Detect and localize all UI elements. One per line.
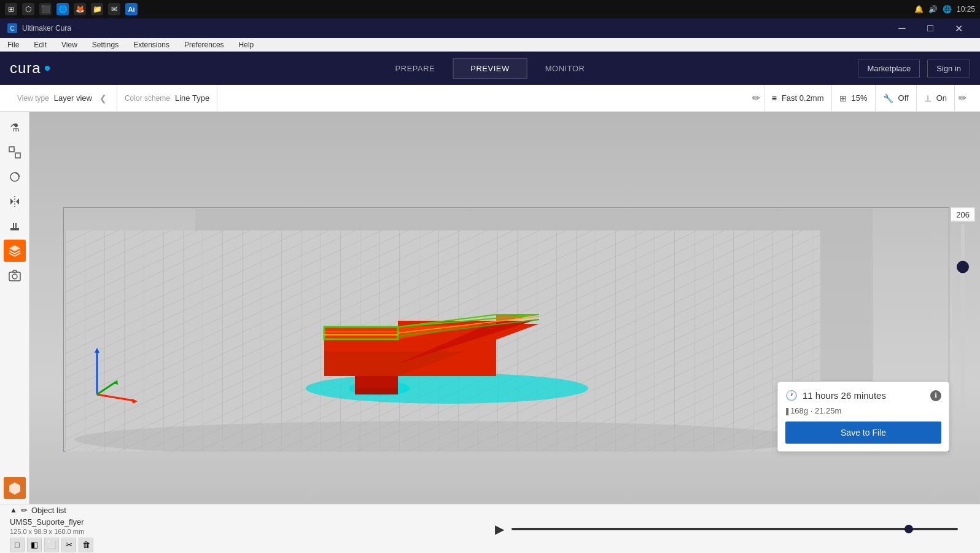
adhesion-section: ⊥ On	[917, 85, 955, 111]
action-delete[interactable]: 🗑	[79, 538, 93, 552]
start-button[interactable]: ⊞	[5, 3, 17, 15]
material-value: 168g · 21.25m	[790, 406, 841, 415]
material-icon: |||	[785, 406, 788, 415]
edit-settings-button[interactable]: ✏	[749, 91, 764, 105]
nav-tabs: PREPARE PREVIEW MONITOR	[378, 58, 603, 79]
color-scheme-section: Color scheme Line Type	[117, 85, 217, 111]
menu-extensions[interactable]: Extensions	[131, 39, 172, 50]
minimize-button[interactable]: ─	[888, 18, 916, 38]
tool-layer[interactable]	[4, 240, 26, 262]
taskbar-left: ⊞ ⬡ ⬛ 🌐 🦊 📁 ✉ Ai	[5, 3, 138, 15]
infill-section: ⊞ 15%	[832, 85, 876, 111]
tab-preview[interactable]: PREVIEW	[453, 58, 527, 79]
main-content: ⚗	[0, 112, 980, 504]
tool-scale[interactable]	[4, 141, 26, 163]
collapse-icon: ▲	[10, 506, 17, 514]
svg-marker-30	[355, 376, 398, 388]
window-title: Ultimaker Cura	[22, 24, 71, 33]
marketplace-button[interactable]: Marketplace	[858, 60, 920, 77]
svg-point-16	[306, 373, 588, 404]
menu-bar: File Edit View Settings Extensions Prefe…	[0, 38, 980, 52]
play-button[interactable]: ▶	[495, 522, 504, 536]
timeline: ▶	[483, 522, 970, 536]
layer-slider-container: 206	[946, 203, 980, 414]
top-nav: cura PREPARE PREVIEW MONITOR Marketplace…	[0, 52, 980, 85]
save-to-file-button[interactable]: Save to File	[785, 422, 941, 444]
task-view-button[interactable]: ⬛	[39, 3, 52, 15]
taskbar-time: 10:25	[957, 5, 975, 14]
object-list-header[interactable]: ▲ ✏ Object list	[10, 506, 473, 515]
app-logo: cura	[10, 60, 50, 77]
menu-settings[interactable]: Settings	[90, 39, 121, 50]
svg-line-34	[97, 394, 134, 401]
object-name: UMS5_Suporte_flyer	[10, 517, 473, 527]
tab-monitor[interactable]: MONITOR	[527, 58, 603, 79]
object-actions: □ ◧ ⬜ ✂ 🗑	[10, 538, 473, 552]
color-scheme-value: Line Type	[175, 93, 209, 103]
action-duplicate[interactable]: ⬜	[44, 538, 59, 552]
menu-preferences[interactable]: Preferences	[182, 39, 227, 50]
svg-rect-1	[15, 153, 20, 158]
toolbar: View type Layer view ❮ Color scheme Line…	[0, 85, 980, 112]
menu-help[interactable]: Help	[236, 39, 257, 50]
app-window: ⊞ ⬡ ⬛ 🌐 🦊 📁 ✉ Ai 🔔 🔊 🌐 10:25 C Ultimaker…	[0, 0, 980, 553]
svg-marker-12	[9, 482, 20, 495]
support-value: Off	[898, 93, 909, 103]
nav-right: Marketplace Sign in	[858, 60, 970, 77]
app-icon: C	[7, 23, 17, 33]
layer-slider-track[interactable]	[961, 224, 965, 409]
info-time-row: 🕐 11 hours 26 minutes ℹ	[785, 390, 941, 401]
tool-open[interactable]: ⚗	[4, 117, 26, 139]
info-panel: 🕐 11 hours 26 minutes ℹ ||| 168g · 21.25…	[777, 382, 949, 452]
menu-edit[interactable]: Edit	[31, 39, 49, 50]
svg-marker-33	[95, 348, 99, 353]
search-button[interactable]: ⬡	[22, 3, 34, 15]
chrome-icon[interactable]: 🌐	[56, 3, 69, 15]
action-arrange[interactable]: ◧	[27, 538, 42, 552]
tab-prepare[interactable]: PREPARE	[378, 58, 453, 79]
close-button[interactable]: ✕	[944, 18, 973, 38]
svg-marker-5	[10, 198, 14, 205]
view-type-label: View type	[17, 94, 49, 103]
profile-section: ≡ Fast 0.2mm	[764, 85, 832, 111]
logo-dot	[45, 66, 50, 71]
support-section: 🔧 Off	[876, 85, 917, 111]
os-taskbar: ⊞ ⬡ ⬛ 🌐 🦊 📁 ✉ Ai 🔔 🔊 🌐 10:25	[0, 0, 980, 18]
timeline-thumb[interactable]	[904, 525, 913, 533]
info-badge[interactable]: ℹ	[930, 390, 941, 401]
adhesion-value: On	[936, 93, 947, 103]
svg-line-36	[97, 382, 115, 394]
viewport[interactable]: ultimaker	[29, 112, 980, 504]
view-type-arrow[interactable]: ❮	[97, 93, 109, 103]
svg-rect-10	[9, 272, 20, 281]
layer-slider-thumb[interactable]	[957, 261, 969, 273]
cura-taskbar-icon[interactable]: Ai	[125, 3, 138, 15]
menu-view[interactable]: View	[59, 39, 80, 50]
mail-icon[interactable]: ✉	[108, 3, 120, 15]
signin-button[interactable]: Sign in	[927, 60, 970, 77]
tool-rotate[interactable]	[4, 166, 26, 188]
maximize-button[interactable]: □	[916, 18, 944, 38]
timeline-track[interactable]	[511, 528, 958, 530]
action-cut[interactable]: ✂	[61, 538, 76, 552]
tray-volume: 🔊	[928, 5, 938, 14]
svg-rect-7	[10, 228, 19, 230]
files-icon[interactable]: 📁	[91, 3, 103, 15]
menu-file[interactable]: File	[5, 39, 21, 50]
firefox-icon[interactable]: 🦊	[74, 3, 86, 15]
toolbar-settings-button[interactable]: ✏	[955, 91, 970, 105]
left-sidebar: ⚗	[0, 112, 29, 504]
tray-notification: 🔔	[914, 5, 924, 14]
object-list-label: Object list	[31, 506, 66, 515]
tool-camera[interactable]	[4, 264, 26, 286]
tray-network: 🌐	[943, 5, 952, 14]
tool-mirror[interactable]	[4, 190, 26, 213]
logo-text: cura	[10, 60, 41, 77]
action-center[interactable]: □	[10, 538, 25, 552]
tool-support[interactable]	[4, 215, 26, 237]
svg-marker-20	[324, 327, 398, 339]
bottom-bar: ▲ ✏ Object list UMS5_Suporte_flyer 125.0…	[0, 504, 980, 553]
pencil-icon: ✏	[21, 506, 28, 515]
tool-addon[interactable]	[4, 477, 26, 499]
print-time: 11 hours 26 minutes	[803, 390, 886, 401]
